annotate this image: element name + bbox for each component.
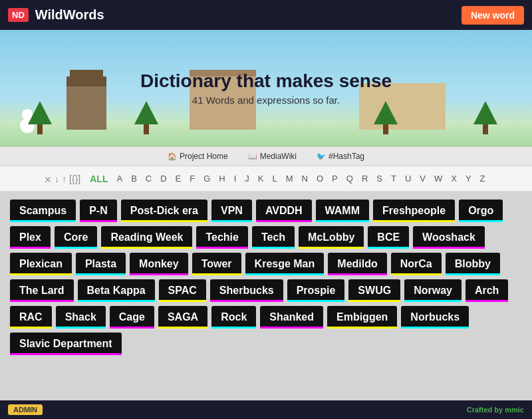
word-tag[interactable]: Post-Dick era bbox=[121, 200, 207, 222]
word-tag[interactable]: Kresge Man bbox=[245, 253, 325, 275]
building-left bbox=[66, 76, 106, 130]
app-footer: ADMIN Crafted by mmic bbox=[0, 400, 532, 419]
alpha-o[interactable]: O bbox=[314, 172, 326, 185]
alpha-w[interactable]: W bbox=[432, 172, 445, 185]
site-title: WildWords bbox=[35, 7, 104, 23]
nav-mediawiki[interactable]: 📖 MediaWiki bbox=[248, 152, 297, 161]
twitter-icon: 🐦 bbox=[317, 152, 326, 161]
word-tag[interactable]: Arch bbox=[466, 279, 508, 302]
alpha-b[interactable]: B bbox=[128, 172, 140, 185]
admin-badge: ADMIN bbox=[8, 404, 43, 415]
word-tag[interactable]: Plexican bbox=[10, 253, 72, 275]
nd-logo: ND bbox=[8, 8, 29, 22]
nav-bar: 🏠 Project Home 📖 MediaWiki 🐦 #HashTag bbox=[0, 146, 532, 166]
alpha-e[interactable]: E bbox=[173, 172, 184, 185]
alpha-y[interactable]: Y bbox=[463, 172, 474, 185]
word-tag[interactable]: BCE bbox=[368, 226, 409, 249]
alpha-n[interactable]: N bbox=[299, 172, 311, 185]
alpha-u[interactable]: U bbox=[402, 172, 414, 185]
nav-project-home[interactable]: 🏠 Project Home bbox=[168, 152, 228, 161]
alpha-p[interactable]: P bbox=[329, 172, 340, 185]
word-tag[interactable]: P-N bbox=[80, 200, 117, 222]
word-tag[interactable]: NorCa bbox=[391, 253, 442, 275]
alpha-k[interactable]: K bbox=[255, 172, 267, 185]
word-tag[interactable]: McLobby bbox=[299, 226, 364, 249]
new-word-button[interactable]: New word bbox=[462, 6, 524, 25]
word-tag[interactable]: VPN bbox=[211, 200, 252, 222]
word-tag[interactable]: The Lard bbox=[10, 279, 74, 302]
alpha-all[interactable]: ALL bbox=[87, 172, 110, 186]
alpha-i[interactable]: I bbox=[231, 172, 239, 185]
word-tag[interactable]: Techie bbox=[196, 226, 248, 249]
word-tag[interactable]: Embiggen bbox=[327, 306, 397, 329]
alpha-m[interactable]: M bbox=[283, 172, 296, 185]
alpha-l[interactable]: L bbox=[270, 172, 280, 185]
alpha-j[interactable]: J bbox=[242, 172, 252, 185]
word-tag[interactable]: Freshpeople bbox=[373, 200, 455, 222]
alpha-q[interactable]: Q bbox=[344, 172, 356, 185]
word-tag[interactable]: Tech bbox=[252, 226, 295, 249]
crafted-label: Crafted by bbox=[467, 406, 505, 414]
word-tag[interactable]: Medildo bbox=[328, 253, 386, 275]
word-tag[interactable]: Orgo bbox=[459, 200, 503, 222]
word-tag[interactable]: Monkey bbox=[130, 253, 188, 275]
alpha-h[interactable]: H bbox=[216, 172, 227, 185]
word-tag[interactable]: Plasta bbox=[76, 253, 126, 275]
alpha-c[interactable]: C bbox=[143, 172, 154, 185]
word-tag[interactable]: SPAC bbox=[159, 279, 206, 302]
word-tag[interactable]: AVDDH bbox=[256, 200, 312, 222]
word-tag[interactable]: Blobby bbox=[446, 253, 500, 275]
hero-subtitle: 41 Words and expressions so far. bbox=[192, 94, 340, 106]
word-tag[interactable]: Plex bbox=[10, 226, 51, 249]
alpha-r[interactable]: R bbox=[359, 172, 370, 185]
alpha-g[interactable]: G bbox=[201, 172, 213, 185]
alpha-a[interactable]: A bbox=[114, 172, 125, 185]
wiki-icon: 📖 bbox=[248, 152, 257, 161]
word-tag[interactable]: Sherbucks bbox=[210, 279, 283, 302]
alpha-t[interactable]: T bbox=[388, 172, 399, 185]
alpha-s[interactable]: S bbox=[374, 172, 385, 185]
nav-project-home-label: Project Home bbox=[180, 152, 228, 161]
word-tag[interactable]: Cage bbox=[110, 306, 154, 329]
alpha-d[interactable]: D bbox=[158, 172, 169, 185]
nav-mediawiki-label: MediaWiki bbox=[260, 152, 297, 161]
word-tag[interactable]: Slavic Department bbox=[10, 333, 122, 355]
alpha-f[interactable]: F bbox=[187, 172, 198, 185]
word-tag[interactable]: WAMM bbox=[316, 200, 369, 222]
app-header: ND WildWords New word bbox=[0, 0, 532, 30]
header-left: ND WildWords bbox=[8, 7, 104, 23]
word-tag[interactable]: Beta Kappa bbox=[78, 279, 155, 302]
word-tag[interactable]: Shack bbox=[56, 306, 106, 329]
words-grid: ScampusP-NPost-Dick eraVPNAVDDHWAMMFresh… bbox=[10, 200, 522, 355]
alphabet-bar: ⨯ ↓ ↑ [{}] ALL A B C D E F G H I J K L M… bbox=[0, 166, 532, 192]
main-content: Dictionary that makes sense 41 Words and… bbox=[0, 30, 532, 400]
word-tag[interactable]: SAGA bbox=[158, 306, 207, 329]
crafted-by: Crafted by mmic bbox=[467, 406, 524, 414]
word-tag[interactable]: Tower bbox=[192, 253, 241, 275]
word-tag[interactable]: RAC bbox=[10, 306, 52, 329]
nav-hashtag-label: #HashTag bbox=[329, 152, 364, 161]
words-area: ScampusP-NPost-Dick eraVPNAVDDHWAMMFresh… bbox=[0, 192, 532, 400]
nav-hashtag[interactable]: 🐦 #HashTag bbox=[317, 152, 364, 161]
word-tag[interactable]: Prospie bbox=[287, 279, 345, 302]
word-tag[interactable]: Reading Week bbox=[101, 226, 192, 249]
alpha-v[interactable]: V bbox=[417, 172, 428, 185]
sort-icons[interactable]: ⨯ ↓ ↑ [{}] bbox=[44, 174, 80, 184]
alpha-z[interactable]: Z bbox=[477, 172, 488, 185]
word-tag[interactable]: Norway bbox=[404, 279, 462, 302]
word-tag[interactable]: Shanked bbox=[260, 306, 323, 329]
word-tag[interactable]: Core bbox=[55, 226, 97, 249]
word-tag[interactable]: Wooshack bbox=[413, 226, 485, 249]
word-tag[interactable]: Norbucks bbox=[401, 306, 469, 329]
alpha-x[interactable]: X bbox=[448, 172, 460, 185]
hero-section: Dictionary that makes sense 41 Words and… bbox=[0, 30, 532, 146]
word-tag[interactable]: SWUG bbox=[348, 279, 400, 302]
hero-title: Dictionary that makes sense bbox=[140, 70, 392, 92]
word-tag[interactable]: Scampus bbox=[10, 200, 76, 222]
home-icon: 🏠 bbox=[168, 152, 177, 161]
word-tag[interactable]: Rock bbox=[211, 306, 256, 329]
crafted-name: mmic bbox=[505, 406, 524, 414]
